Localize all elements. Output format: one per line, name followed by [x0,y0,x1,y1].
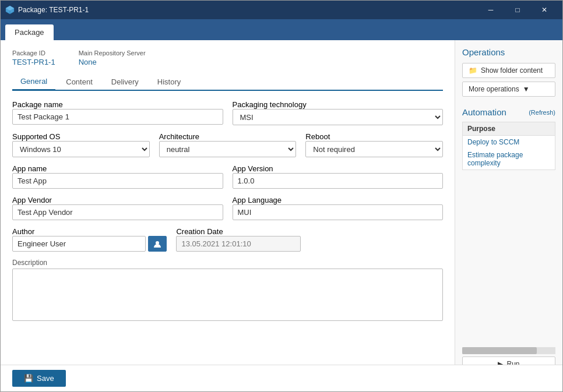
automation-scrollbar[interactable] [462,347,555,354]
reboot-group: Reboot Not required Required Optional [305,132,443,157]
architecture-select[interactable]: neutral x86 x64 ARM [159,141,297,157]
row-vendor-language: App Vendor App Language [12,196,443,220]
save-label: Save [37,374,54,383]
play-icon: ▶ [498,360,503,365]
operations-title: Operations [462,47,555,57]
packaging-tech-label: Packaging technology [233,100,307,109]
package-icon [5,5,15,15]
automation-table-header: Purpose [463,122,555,136]
author-group: Author [12,227,167,252]
app-name-input[interactable] [12,173,223,189]
app-language-input[interactable] [233,204,444,220]
show-folder-label: Show folder content [481,66,543,75]
show-folder-button[interactable]: 📁 Show folder content [462,63,555,78]
maximize-button[interactable]: □ [504,1,531,19]
main-window: Package: TEST-PR1-1 ─ □ ✕ Package Packag… [0,0,563,392]
close-button[interactable]: ✕ [531,1,558,19]
package-id-col: Package ID TEST-PR1-1 [12,50,55,66]
automation-section: Automation (Refresh) Purpose Deploy to S… [462,107,555,365]
repository-server-label: Main Repository Server [79,50,146,56]
app-vendor-input[interactable] [12,204,223,220]
tab-package[interactable]: Package [5,24,54,40]
creation-date-input [176,236,301,252]
package-id-label: Package ID [12,50,55,56]
author-input-group [12,236,167,252]
package-name-input[interactable] [12,109,223,125]
description-textarea[interactable] [12,269,443,321]
row-package-name-tech: Package name Packaging technology MSI Ap… [12,100,443,125]
tab-delivery[interactable]: Delivery [103,73,147,90]
author-pick-button[interactable] [148,236,167,252]
repository-server-value: None [79,58,97,66]
app-name-label: App name [12,164,47,173]
reboot-select[interactable]: Not required Required Optional [305,141,443,157]
automation-title: Automation [462,107,506,117]
repository-server-col: Main Repository Server None [79,50,146,66]
bottom-bar: 💾 Save [1,365,562,391]
main-panel: Package ID TEST-PR1-1 Main Repository Se… [1,40,455,365]
packaging-tech-group: Packaging technology MSI App-V MSIX Scri… [233,100,444,125]
more-operations-label: More operations [469,85,519,93]
app-language-group: App Language [233,196,444,220]
automation-row-deploy[interactable]: Deploy to SCCM [463,136,555,149]
tab-bar: Package [1,19,562,40]
minimize-button[interactable]: ─ [477,1,504,19]
description-group: Description [12,259,443,323]
folder-icon: 📁 [469,66,477,75]
tab-content[interactable]: Content [58,73,101,90]
app-version-group: App Version [233,164,444,189]
right-panel: Operations 📁 Show folder content More op… [455,40,562,365]
packaging-tech-select[interactable]: MSI App-V MSIX Script [233,109,444,125]
save-button[interactable]: 💾 Save [12,370,66,387]
refresh-button[interactable]: (Refresh) [529,109,555,116]
author-input[interactable] [12,236,146,252]
description-label: Description [12,259,443,267]
package-id-value: TEST-PR1-1 [12,58,55,66]
window-controls: ─ □ ✕ [477,1,558,19]
app-version-input[interactable] [233,173,444,189]
app-vendor-label: App Vendor [12,196,52,204]
title-bar-left: Package: TEST-PR1-1 [5,5,89,15]
row-author-date: Author Creation Date [12,227,443,252]
app-name-group: App name [12,164,223,189]
chevron-down-icon: ▼ [523,85,530,93]
run-button[interactable]: ▶ Run [462,356,555,365]
automation-scrollbar-thumb [462,347,537,354]
creation-date-group: Creation Date [176,227,301,252]
architecture-group: Architecture neutral x86 x64 ARM [159,132,297,157]
save-icon: 💾 [24,374,33,383]
tab-history[interactable]: History [149,73,189,90]
architecture-label: Architecture [159,132,199,141]
reboot-label: Reboot [305,132,330,141]
app-language-label: App Language [233,196,282,204]
supported-os-label: Supported OS [12,132,60,141]
app-version-label: App Version [233,164,273,173]
author-label: Author [12,227,34,236]
creation-date-label: Creation Date [176,227,223,236]
supported-os-group: Supported OS Windows 10 Windows 11 Windo… [12,132,150,157]
row-os-arch-reboot: Supported OS Windows 10 Windows 11 Windo… [12,132,443,157]
app-vendor-group: App Vendor [12,196,223,220]
nav-tabs: General Content Delivery History [12,73,443,91]
package-info-header: Package ID TEST-PR1-1 Main Repository Se… [12,50,443,66]
row-appname-version: App name App Version [12,164,443,189]
automation-header: Automation (Refresh) [462,107,555,117]
package-name-group: Package name [12,100,223,125]
content-area: Package ID TEST-PR1-1 Main Repository Se… [1,40,562,365]
supported-os-select[interactable]: Windows 10 Windows 11 Windows 7 [12,141,150,157]
automation-bottom: ▶ Run [462,170,555,365]
package-name-label: Package name [12,100,63,109]
more-operations-button[interactable]: More operations ▼ [462,82,555,97]
tab-general[interactable]: General [12,73,55,91]
window-title: Package: TEST-PR1-1 [18,6,89,14]
title-bar: Package: TEST-PR1-1 ─ □ ✕ [1,1,562,19]
automation-table: Purpose Deploy to SCCM Estimate package … [462,122,555,170]
run-label: Run [506,360,519,365]
automation-row-estimate[interactable]: Estimate package complexity [463,149,555,169]
